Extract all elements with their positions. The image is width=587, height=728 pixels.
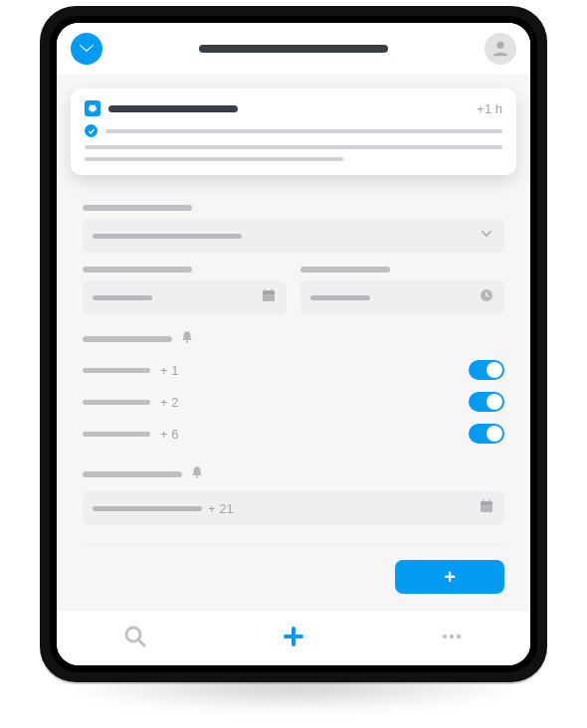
- app-logo[interactable]: [71, 33, 102, 65]
- dropdown-field[interactable]: [83, 219, 504, 253]
- reminders-label: [83, 336, 172, 342]
- user-avatar-icon: [489, 38, 511, 60]
- reminder-option-suffix: + 6: [160, 427, 178, 442]
- svg-point-10: [196, 476, 198, 478]
- checkmark-icon: [88, 127, 96, 135]
- calendar-icon: [479, 498, 494, 518]
- svg-rect-6: [265, 288, 266, 291]
- user-avatar[interactable]: [485, 33, 516, 65]
- card-body-line: [105, 129, 502, 133]
- topbar: [57, 23, 530, 75]
- svg-rect-5: [263, 290, 275, 293]
- svg-rect-12: [481, 501, 492, 504]
- svg-rect-1: [90, 105, 96, 107]
- date-field[interactable]: [83, 280, 287, 314]
- date-label: [83, 267, 192, 273]
- svg-point-20: [449, 635, 453, 638]
- reminder-toggle[interactable]: [469, 392, 504, 412]
- calendar-icon: [261, 287, 277, 307]
- reminder-option-suffix: + 2: [160, 395, 178, 410]
- app-screen: +1 h: [57, 23, 530, 665]
- reminder-toggle[interactable]: [469, 360, 504, 380]
- nav-search[interactable]: [123, 625, 147, 652]
- tablet-frame: +1 h: [40, 6, 547, 682]
- card-title: [108, 105, 238, 112]
- plus-icon: [282, 625, 305, 648]
- card-time-offset: +1 h: [477, 101, 502, 116]
- form-area: + 1 + 2 + 6 + 21: [57, 183, 530, 612]
- printer-icon: [88, 103, 98, 113]
- reminder-option-label: [83, 400, 150, 405]
- schedule-header: [83, 465, 504, 483]
- schedule-suffix: + 21: [208, 501, 234, 516]
- time-label: [300, 267, 390, 273]
- reminder-option: + 6: [83, 424, 504, 444]
- bell-icon: [180, 330, 194, 348]
- card-body-line: [85, 157, 343, 161]
- svg-rect-14: [489, 499, 490, 502]
- bottom-nav: [57, 612, 530, 665]
- reminder-option-suffix: + 1: [160, 363, 178, 378]
- svg-point-0: [496, 42, 503, 49]
- schedule-label: [83, 471, 182, 477]
- svg-rect-3: [91, 109, 95, 111]
- svg-rect-7: [272, 288, 273, 291]
- time-field[interactable]: [300, 280, 504, 314]
- dropdown-value: [93, 234, 242, 239]
- card-body-line: [85, 145, 502, 149]
- schedule-value: [93, 506, 202, 511]
- date-value: [93, 295, 152, 300]
- reminder-option: + 1: [83, 360, 504, 380]
- page-title: [199, 45, 388, 53]
- reminder-option: + 2: [83, 392, 504, 412]
- chevron-down-icon: [479, 226, 494, 246]
- card-check: [85, 124, 98, 137]
- save-button[interactable]: +: [395, 560, 504, 594]
- nav-add[interactable]: [282, 625, 305, 652]
- reminders-header: [83, 330, 504, 348]
- card-type-icon: [85, 100, 100, 116]
- search-icon: [123, 625, 147, 648]
- more-icon: [440, 625, 464, 648]
- reminder-option-label: [83, 432, 150, 437]
- svg-rect-13: [483, 499, 484, 502]
- svg-point-9: [186, 341, 188, 343]
- svg-point-19: [442, 635, 446, 638]
- section-label: [83, 205, 192, 211]
- time-value: [310, 295, 370, 300]
- svg-point-21: [456, 635, 460, 638]
- tablet-bezel: +1 h: [50, 16, 537, 672]
- clock-icon: [479, 287, 494, 307]
- nav-more[interactable]: [440, 625, 464, 652]
- bell-icon: [190, 465, 204, 483]
- schedule-field[interactable]: + 21: [83, 491, 504, 525]
- envelope-down-icon: [78, 40, 96, 58]
- reminder-option-label: [83, 368, 150, 373]
- summary-card[interactable]: +1 h: [71, 89, 516, 175]
- reminder-toggle[interactable]: [469, 424, 504, 444]
- plus-icon: +: [444, 566, 456, 589]
- svg-line-16: [138, 639, 144, 645]
